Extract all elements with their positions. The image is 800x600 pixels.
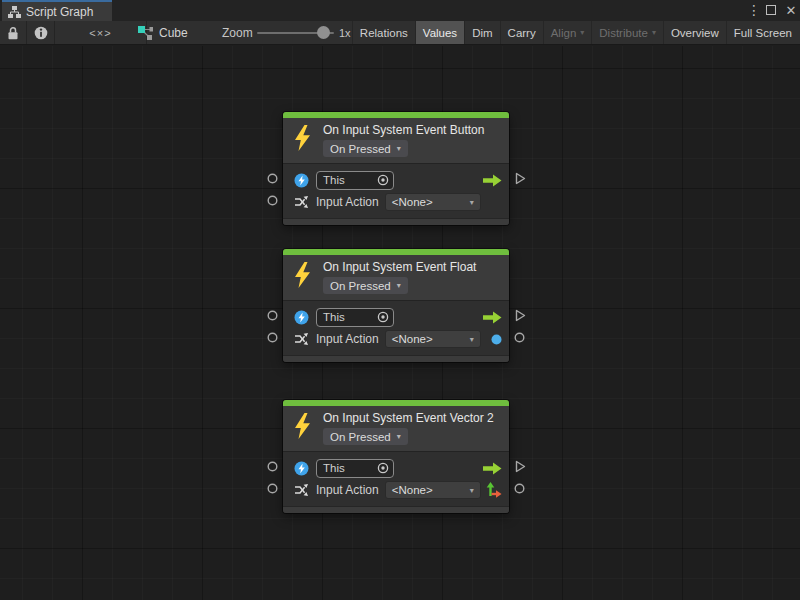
input-action-label: Input Action xyxy=(316,195,379,209)
target-row: This xyxy=(290,169,502,191)
align-label: Align xyxy=(551,27,577,39)
trigger-dropdown[interactable]: On Pressed ▾ xyxy=(323,428,408,445)
flow-output-port[interactable] xyxy=(515,172,526,185)
graph-toolbar: <×> Cube Zoom 1x Relations Values Dim xyxy=(0,21,800,45)
align-button[interactable]: Align ▾ xyxy=(543,21,592,44)
distribute-button[interactable]: Distribute ▾ xyxy=(591,21,663,44)
node-footer xyxy=(283,506,509,513)
input-action-value: <None> xyxy=(392,196,433,208)
chevron-down-icon: ▾ xyxy=(397,432,401,441)
flow-arrow-icon xyxy=(483,174,502,187)
graph-target-label: Cube xyxy=(159,26,188,40)
node-body: This xyxy=(283,451,509,506)
node-on-input-system-event-vector2[interactable]: On Input System Event Vector 2 On Presse… xyxy=(283,400,509,513)
this-value: This xyxy=(323,174,345,186)
close-icon[interactable]: ✕ xyxy=(785,0,797,21)
values-label: Values xyxy=(423,27,457,39)
node-header: On Input System Event Vector 2 On Presse… xyxy=(283,406,509,451)
dim-label: Dim xyxy=(472,27,492,39)
overview-button[interactable]: Overview xyxy=(663,21,726,44)
script-graph-window: Script Graph ⋮ ✕ <×> xyxy=(0,0,800,600)
tab-title: Script Graph xyxy=(26,5,93,19)
node-body: This xyxy=(283,163,509,218)
input-port-this[interactable] xyxy=(267,173,278,184)
chevron-down-icon: ▾ xyxy=(397,144,401,153)
object-picker-icon[interactable] xyxy=(377,174,389,186)
flow-arrow-icon xyxy=(483,311,502,324)
this-object-field[interactable]: This xyxy=(316,459,394,478)
object-picker-icon[interactable] xyxy=(377,311,389,323)
graph-reference-breadcrumb[interactable]: Cube xyxy=(138,21,188,44)
chevron-down-icon: ▾ xyxy=(470,486,474,495)
values-button[interactable]: Values xyxy=(415,21,464,44)
input-port-action[interactable] xyxy=(267,483,278,494)
carry-label: Carry xyxy=(508,27,536,39)
input-action-dropdown[interactable]: <None> ▾ xyxy=(385,481,481,499)
input-action-dropdown[interactable]: <None> ▾ xyxy=(385,193,481,211)
value-output-port[interactable] xyxy=(514,483,525,494)
input-action-row: Input Action <None> ▾ xyxy=(290,479,502,501)
trigger-dropdown[interactable]: On Pressed ▾ xyxy=(323,140,408,157)
relations-button[interactable]: Relations xyxy=(352,21,415,44)
code-view-button[interactable]: <×> xyxy=(55,21,147,44)
overview-label: Overview xyxy=(671,27,719,39)
this-object-field[interactable]: This xyxy=(316,171,394,190)
this-value: This xyxy=(323,311,345,323)
zoom-slider-knob[interactable] xyxy=(317,26,330,39)
input-port-this[interactable] xyxy=(267,310,278,321)
tab-script-graph[interactable]: Script Graph xyxy=(2,0,112,21)
node-footer xyxy=(283,355,509,362)
value-output-port[interactable] xyxy=(514,332,525,343)
input-port-this[interactable] xyxy=(267,461,278,472)
gameobject-event-icon xyxy=(294,461,310,476)
full-screen-button[interactable]: Full Screen xyxy=(726,21,799,44)
zoom-label: Zoom xyxy=(222,21,253,44)
dim-button[interactable]: Dim xyxy=(464,21,499,44)
object-picker-icon[interactable] xyxy=(377,462,389,474)
node-on-input-system-event-float[interactable]: On Input System Event Float On Pressed ▾… xyxy=(283,249,509,362)
inspect-button[interactable] xyxy=(27,21,55,44)
chevron-down-icon: ▾ xyxy=(397,281,401,290)
node-body: This xyxy=(283,300,509,355)
input-port-action[interactable] xyxy=(267,195,278,206)
trigger-dropdown[interactable]: On Pressed ▾ xyxy=(323,277,408,294)
this-object-field[interactable]: This xyxy=(316,308,394,327)
gameobject-event-icon xyxy=(294,310,310,325)
zoom-value: 1x xyxy=(339,21,351,44)
relations-label: Relations xyxy=(360,27,408,39)
flow-arrow-icon xyxy=(483,462,502,475)
title-bar: Script Graph ⋮ ✕ xyxy=(0,0,800,21)
carry-button[interactable]: Carry xyxy=(500,21,543,44)
lock-icon xyxy=(7,26,19,40)
this-value: This xyxy=(323,462,345,474)
input-port-action[interactable] xyxy=(267,332,278,343)
chevron-down-icon: ▾ xyxy=(580,28,584,37)
toolbar-toggle-group: Relations Values Dim Carry Align ▾ Distr… xyxy=(352,21,799,44)
info-icon xyxy=(34,26,48,40)
flow-output-port[interactable] xyxy=(515,460,526,473)
node-header: On Input System Event Float On Pressed ▾ xyxy=(283,255,509,300)
window-menu-icon[interactable]: ⋮ xyxy=(747,0,757,21)
input-action-icon xyxy=(294,195,310,209)
trigger-value: On Pressed xyxy=(330,143,391,155)
graph-icon xyxy=(8,6,21,18)
trigger-value: On Pressed xyxy=(330,280,391,292)
maximize-button[interactable] xyxy=(766,0,776,21)
window-controls: ⋮ ✕ xyxy=(747,0,797,21)
graph-canvas[interactable]: On Input System Event Button On Pressed … xyxy=(0,46,800,600)
event-bolt-icon xyxy=(293,125,312,157)
target-row: This xyxy=(290,457,502,479)
full-screen-label: Full Screen xyxy=(734,27,792,39)
vector2-value-icon xyxy=(486,482,502,498)
trigger-value: On Pressed xyxy=(330,431,391,443)
chevron-down-icon: ▾ xyxy=(470,335,474,344)
lock-button[interactable] xyxy=(0,21,27,44)
flow-output-port[interactable] xyxy=(515,309,526,322)
node-on-input-system-event-button[interactable]: On Input System Event Button On Pressed … xyxy=(283,112,509,225)
float-value-icon xyxy=(491,334,502,345)
distribute-label: Distribute xyxy=(599,27,648,39)
input-action-dropdown[interactable]: <None> ▾ xyxy=(385,330,481,348)
input-action-label: Input Action xyxy=(316,483,379,497)
code-icon: <×> xyxy=(89,27,111,39)
input-action-icon xyxy=(294,332,310,346)
